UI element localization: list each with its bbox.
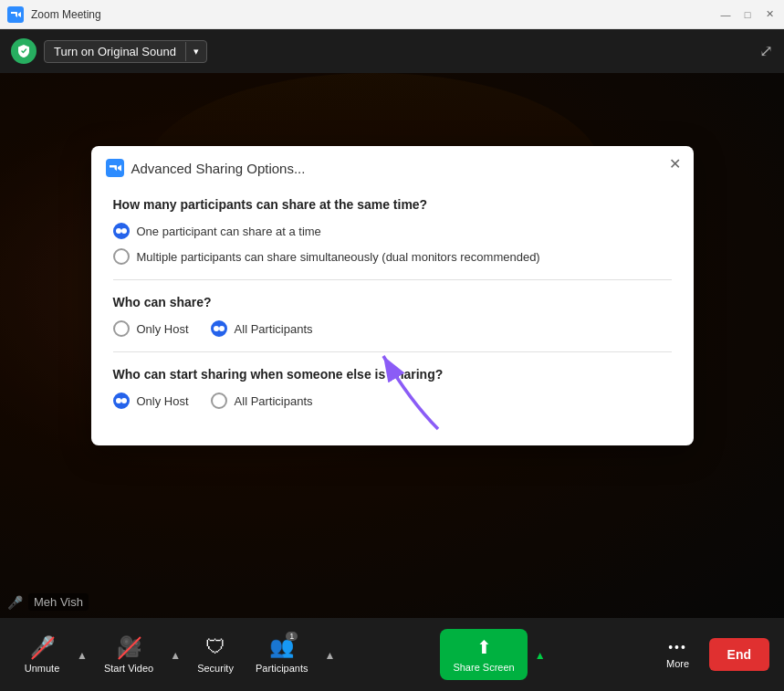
- title-bar-controls: — □ ✕: [718, 7, 777, 22]
- more-label: More: [666, 658, 689, 669]
- arrow-up-icon: ▲: [77, 649, 88, 662]
- start-video-button[interactable]: 🎥 Start Video: [95, 630, 162, 679]
- section1-question: How many participants can share at the s…: [113, 197, 672, 212]
- divider-1: [113, 279, 672, 280]
- radio-circle-all-participants-start: [211, 393, 227, 409]
- more-button[interactable]: ••• More: [651, 634, 706, 675]
- original-sound-arrow-icon: ▾: [185, 42, 206, 61]
- shield-icon: [17, 44, 30, 58]
- security-shield-icon: 🛡: [205, 635, 225, 659]
- security-label: Security: [197, 663, 234, 674]
- section3-question: Who can start sharing when someone else …: [113, 367, 672, 382]
- unmute-label: Unmute: [25, 663, 60, 674]
- dialog-zoom-logo-icon: [106, 159, 124, 177]
- minimize-button[interactable]: —: [718, 7, 733, 22]
- share-screen-button[interactable]: ⬆ Share Screen: [440, 629, 527, 680]
- original-sound-button[interactable]: Turn on Original Sound ▾: [44, 40, 207, 63]
- radio-only-host-share[interactable]: Only Host: [113, 320, 189, 337]
- arrow-up-icon-4: ▲: [535, 649, 546, 662]
- toolbar-group-right: ••• More End: [651, 634, 769, 675]
- radio-label-only-host-share: Only Host: [137, 322, 189, 336]
- start-video-label: Start Video: [104, 663, 153, 674]
- title-bar-left: Zoom Meeting: [7, 6, 101, 23]
- video-icon: 🎥: [117, 635, 141, 659]
- maximize-button[interactable]: □: [740, 7, 755, 22]
- participants-count: 1: [286, 632, 298, 641]
- unmute-arrow[interactable]: ▲: [73, 642, 91, 667]
- section2-question: Who can share?: [113, 295, 672, 309]
- participants-label: Participants: [256, 663, 308, 674]
- title-bar: Zoom Meeting — □ ✕: [0, 0, 784, 29]
- end-button[interactable]: End: [709, 638, 769, 671]
- toolbar-group-center: ⬆ Share Screen ▲: [440, 629, 549, 680]
- radio-all-participants-share[interactable]: All Participants: [211, 320, 313, 337]
- radio-label-all-participants-start: All Participants: [235, 394, 313, 408]
- radio-label-multiple-participants: Multiple participants can share simultan…: [137, 250, 540, 264]
- radio-circle-only-host-share: [113, 320, 130, 337]
- top-toolbar: Turn on Original Sound ▾ ⤢: [0, 29, 784, 73]
- more-icon: •••: [668, 640, 687, 654]
- participants-icon: 👥 1: [269, 635, 294, 659]
- radio-all-participants-start[interactable]: All Participants: [211, 393, 313, 409]
- radio-only-host-start[interactable]: Only Host: [113, 393, 189, 409]
- fullscreen-button[interactable]: ⤢: [759, 41, 773, 61]
- radio-label-only-host-start: Only Host: [137, 394, 189, 408]
- window-title: Zoom Meeting: [31, 8, 101, 21]
- section-who-can-start: Who can start sharing when someone else …: [113, 367, 672, 409]
- original-sound-label: Turn on Original Sound: [45, 41, 185, 62]
- radio-one-participant[interactable]: One participant can share at a time: [113, 223, 672, 239]
- participants-button[interactable]: 👥 1 Participants: [246, 630, 317, 679]
- radio-circle-only-host-start: [113, 393, 130, 409]
- close-window-button[interactable]: ✕: [762, 7, 777, 22]
- radio-label-one-participant: One participant can share at a time: [137, 225, 321, 238]
- share-screen-label: Share Screen: [453, 662, 514, 673]
- divider-2: [113, 351, 672, 352]
- share-screen-icon: ⬆: [476, 636, 492, 658]
- section-participants-sharing: How many participants can share at the s…: [113, 197, 672, 265]
- dialog-title: Advanced Sharing Options...: [131, 161, 306, 176]
- dialog-header: Advanced Sharing Options... ✕: [91, 146, 694, 190]
- radio-circle-all-participants-share: [211, 320, 227, 337]
- video-arrow[interactable]: ▲: [166, 642, 184, 667]
- toolbar-left: Turn on Original Sound ▾: [11, 38, 207, 64]
- arrow-up-icon-2: ▲: [170, 649, 181, 662]
- bottom-toolbar: 🎤 Unmute ▲ 🎥 Start Video ▲ 🛡 Security 👥: [0, 618, 784, 691]
- radio-circle-one-participant: [113, 223, 130, 239]
- mic-icon: 🎤: [30, 635, 55, 659]
- radio-circle-multiple-participants: [113, 248, 130, 265]
- arrow-up-icon-3: ▲: [325, 649, 336, 662]
- radio-label-all-participants-share: All Participants: [235, 322, 313, 336]
- modal-overlay: Advanced Sharing Options... ✕ How many p…: [0, 73, 784, 618]
- section-who-can-share: Who can share? Only Host All Participant…: [113, 295, 672, 337]
- participants-arrow[interactable]: ▲: [321, 642, 340, 667]
- shield-button[interactable]: [11, 38, 37, 64]
- unmute-button[interactable]: 🎤 Unmute: [15, 630, 69, 679]
- dialog-close-button[interactable]: ✕: [669, 157, 681, 172]
- dialog-body: How many participants can share at the s…: [91, 190, 694, 445]
- share-screen-arrow[interactable]: ▲: [531, 642, 549, 667]
- toolbar-group-left: 🎤 Unmute ▲ 🎥 Start Video ▲ 🛡 Security 👥: [15, 630, 339, 679]
- advanced-sharing-dialog: Advanced Sharing Options... ✕ How many p…: [91, 146, 694, 445]
- radio-multiple-participants[interactable]: Multiple participants can share simultan…: [113, 248, 672, 265]
- zoom-logo-icon: [7, 6, 24, 23]
- security-button[interactable]: 🛡 Security: [188, 630, 243, 679]
